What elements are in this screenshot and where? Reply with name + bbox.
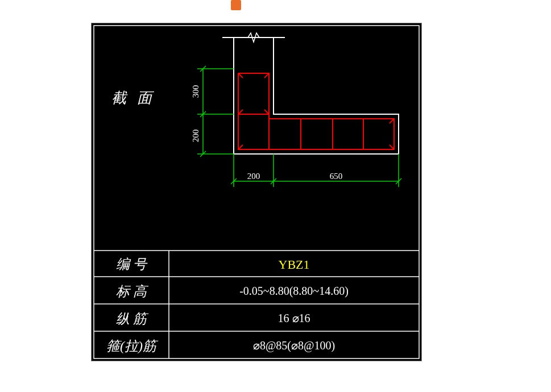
cad-drawing: 300 200 200 650 截 面 编 号 YBZ1 标 高 -0.05~8… — [91, 23, 422, 361]
svg-line-9 — [264, 73, 269, 78]
section-label-1: 截 — [111, 90, 128, 106]
dim-650: 650 — [330, 172, 343, 181]
svg-rect-29 — [94, 26, 419, 358]
section-label-2: 面 — [137, 90, 154, 106]
svg-line-11 — [390, 145, 394, 149]
dim-300: 300 — [191, 85, 200, 98]
svg-line-8 — [238, 73, 243, 78]
row3-value: 16 ⌀16 — [278, 312, 310, 324]
row2-value: -0.05~8.80(8.80~14.60) — [239, 285, 349, 298]
comment-icon — [231, 0, 241, 10]
row1-value: YBZ1 — [279, 257, 310, 272]
dim-200h: 200 — [247, 172, 260, 181]
row4-value: ⌀8@85(⌀8@100) — [253, 339, 335, 352]
svg-line-14 — [264, 110, 269, 114]
row4-label: 箍(拉)筋 — [106, 339, 159, 353]
svg-line-12 — [390, 119, 394, 123]
row1-label: 编 号 — [116, 257, 148, 272]
svg-line-13 — [238, 110, 243, 114]
row3-label: 纵 筋 — [116, 311, 149, 326]
svg-line-10 — [238, 145, 243, 149]
dim-200v: 200 — [191, 130, 200, 143]
drawing-svg: 300 200 200 650 截 面 编 号 YBZ1 标 高 -0.05~8… — [92, 23, 421, 361]
row2-label: 标 高 — [116, 284, 149, 299]
